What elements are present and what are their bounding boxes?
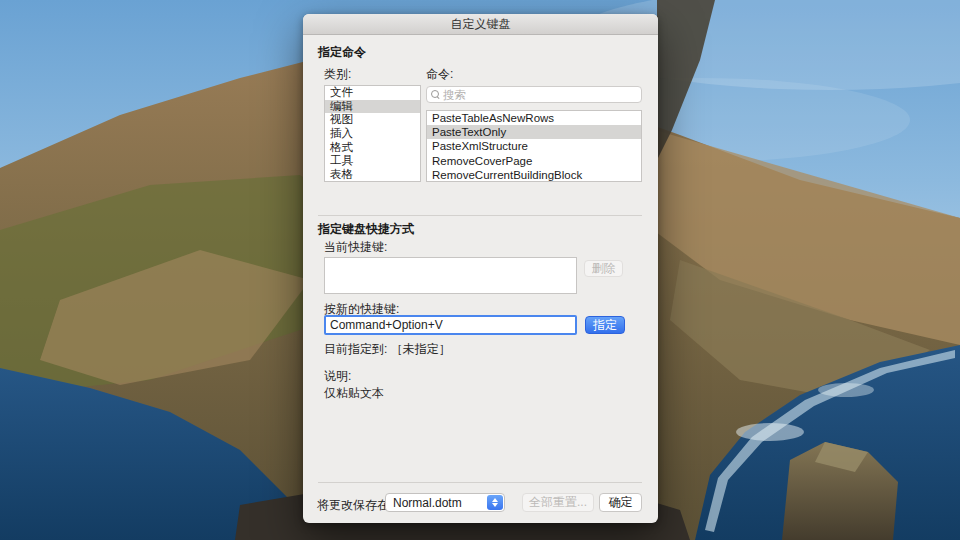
command-item[interactable]: RemoveCoverPage — [427, 154, 641, 168]
reset-all-button[interactable]: 全部重置... — [522, 493, 594, 512]
current-keys-label: 当前快捷键: — [324, 239, 387, 256]
command-item[interactable]: RemoveCurrentBuildingBlock — [427, 168, 641, 182]
category-list: 文件编辑视图插入格式工具表格 — [324, 85, 421, 182]
description-label: 说明: — [324, 368, 351, 385]
command-item[interactable]: PasteTableAsNewRows — [427, 111, 641, 125]
category-item[interactable]: 表格 — [325, 168, 420, 182]
assign-commands-header: 指定命令 — [318, 44, 366, 61]
category-item[interactable]: 插入 — [325, 127, 420, 141]
save-in-dropdown[interactable]: Normal.dotm — [385, 493, 505, 512]
shortcut-section-header: 指定键盘快捷方式 — [318, 221, 414, 238]
command-item[interactable]: PasteTextOnly — [427, 125, 641, 139]
categories-label: 类别: — [324, 66, 351, 83]
dialog-title: 自定义键盘 — [451, 17, 511, 31]
commands-label: 命令: — [426, 66, 453, 83]
footer-divider — [318, 482, 642, 483]
remove-button[interactable]: 删除 — [584, 260, 623, 277]
category-item[interactable]: 文件 — [325, 86, 420, 100]
section-divider — [318, 215, 642, 216]
save-in-label: 将更改保存在: — [317, 497, 392, 514]
search-icon — [431, 90, 440, 99]
search-input[interactable] — [443, 89, 641, 101]
save-in-value: Normal.dotm — [386, 496, 487, 510]
command-search-field[interactable] — [426, 86, 642, 103]
category-item[interactable]: 编辑 — [325, 100, 420, 114]
assigned-to-text: 目前指定到: ［未指定］ — [324, 341, 451, 358]
command-item[interactable]: PasteXmlStructure — [427, 139, 641, 153]
category-item[interactable]: 格式 — [325, 141, 420, 155]
assign-button[interactable]: 指定 — [585, 316, 625, 334]
category-item[interactable]: 工具 — [325, 154, 420, 168]
category-item[interactable]: 视图 — [325, 113, 420, 127]
description-text: 仅粘贴文本 — [324, 385, 384, 402]
customize-keyboard-dialog: 自定义键盘 指定命令 类别: 命令: 文件编辑视图插入格式工具表格 PasteT… — [303, 14, 658, 523]
command-list: PasteTableAsNewRowsPasteTextOnlyPasteXml… — [426, 110, 642, 182]
dialog-titlebar[interactable]: 自定义键盘 — [303, 14, 658, 35]
new-shortcut-input[interactable] — [324, 315, 577, 335]
current-keys-box[interactable] — [324, 257, 577, 294]
dropdown-stepper-icon — [487, 495, 503, 510]
desktop: 自定义键盘 指定命令 类别: 命令: 文件编辑视图插入格式工具表格 PasteT… — [0, 0, 960, 540]
ok-button[interactable]: 确定 — [599, 493, 642, 512]
